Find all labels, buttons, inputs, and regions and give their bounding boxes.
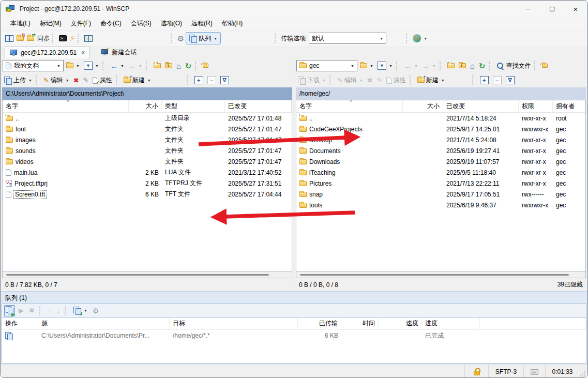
column-header[interactable]: 已传输 — [298, 317, 341, 329]
file-row[interactable]: Project.tftprj2 KBTFTPRJ 文件2025/5/27 17:… — [3, 178, 292, 189]
menu-item[interactable]: 会话(S) — [126, 17, 156, 30]
queue-process-toggle-button[interactable]: ▶ — [4, 305, 15, 316]
delete-button[interactable]: ✖ — [72, 74, 81, 86]
local-follow-symlinks-button[interactable]: ⌐ — [201, 59, 210, 72]
unselect-files-button[interactable]: − — [206, 74, 218, 86]
column-header[interactable]: 大小 — [129, 100, 162, 112]
menu-item[interactable]: 文件(F) — [66, 17, 96, 30]
file-row[interactable]: images文件夹2025/5/27 17:01:47 — [3, 134, 292, 145]
remote-delete-button[interactable]: ✖ — [366, 74, 374, 86]
toggle-panels-button[interactable] — [4, 32, 15, 44]
remote-selection-filter-button[interactable]: ∇ — [504, 74, 516, 86]
select-files-button[interactable]: + — [193, 74, 205, 86]
queue-cycle-button[interactable]: ▼ — [72, 305, 89, 317]
column-header[interactable]: 已改变 — [443, 100, 519, 112]
new-button[interactable]: +新建▼ — [122, 74, 153, 86]
local-open-dir-button[interactable]: ▼ — [65, 59, 81, 72]
file-row[interactable]: snap2025/9/17 17:05:51rwx------gec — [296, 189, 585, 200]
column-header[interactable]: 大小 — [403, 100, 443, 112]
column-header[interactable]: 进度 — [422, 317, 480, 329]
remote-dir-combo[interactable]: gec ▼ — [296, 60, 357, 71]
remote-hscrollbar[interactable] — [296, 271, 586, 278]
column-header[interactable]: 操作 — [2, 317, 38, 329]
column-header[interactable]: 名字 — [296, 100, 403, 112]
column-header[interactable]: 类型 — [162, 100, 225, 112]
file-row[interactable]: Screen0.tft6 KBTFT 文件2025/5/27 17:04:44 — [3, 189, 292, 200]
remote-home-dir-button[interactable]: ⌂ — [469, 59, 476, 72]
menu-item[interactable]: 帮助(H) — [217, 17, 248, 30]
remote-rename-button[interactable]: ✎ — [375, 74, 384, 86]
upload-button[interactable]: 上传▼ — [3, 74, 34, 86]
local-forward-button[interactable]: →▼ — [127, 59, 144, 72]
remote-refresh-button[interactable]: ↻ — [477, 59, 487, 72]
file-row[interactable]: ↑..上级目录2025/5/27 17:01:48 — [3, 113, 292, 124]
properties-button[interactable]: ✔属性 — [91, 74, 114, 86]
session-tab[interactable]: gec@172.20.209.51 × — [5, 47, 90, 58]
remote-path-bar[interactable]: /home/gec/ — [296, 87, 586, 100]
remote-properties-button[interactable]: 属性 — [385, 74, 408, 86]
local-hscrollbar[interactable] — [2, 271, 292, 278]
local-path-bar[interactable]: C:\Users\Administrator\Documents\Project… — [2, 87, 292, 100]
resize-grip[interactable] — [579, 371, 585, 377]
local-home-dir-button[interactable]: ⌂ — [175, 59, 183, 72]
remote-select-files-button[interactable]: + — [478, 74, 490, 86]
local-drive-combo[interactable]: 我的文档 ▼ — [3, 60, 64, 71]
queue-move-up-button[interactable]: ↑ — [47, 305, 53, 317]
menu-item[interactable]: 远程(R) — [187, 17, 217, 30]
file-row[interactable]: sounds文件夹2025/5/27 17:01:47 — [3, 145, 292, 156]
column-header[interactable]: 名字 — [3, 100, 129, 112]
maximize-button[interactable] — [540, 1, 564, 17]
close-button[interactable]: × — [564, 1, 587, 17]
session-upload-mode-button[interactable]: ⇅ — [15, 32, 25, 44]
new-session-tab[interactable]: 新建会话 — [96, 47, 141, 58]
remote-open-dir-button[interactable]: ▼ — [358, 59, 375, 72]
file-row[interactable]: Pictures2021/7/13 22:22:11rwxr-xr-xgec — [296, 178, 585, 189]
local-back-button[interactable]: ←▼ — [109, 59, 126, 72]
preferences-button[interactable]: ⚙ — [176, 32, 186, 44]
column-header[interactable]: 拥有者 — [553, 100, 585, 112]
remote-follow-symlinks-button[interactable]: ⌐ — [540, 59, 549, 72]
remote-forward-button[interactable]: →▼ — [420, 59, 438, 72]
column-header[interactable]: 目标 — [170, 317, 298, 329]
column-header[interactable]: 源 — [38, 317, 170, 329]
synchronize-button[interactable]: 同步 — [36, 32, 51, 44]
minimize-button[interactable] — [516, 1, 540, 17]
remote-parent-dir-button[interactable]: ↑ — [446, 59, 456, 72]
remote-back-button[interactable]: ←▼ — [402, 59, 419, 72]
queue-resume-button[interactable]: ▶ — [17, 305, 25, 317]
transfer-settings-combo[interactable]: 默认 ▼ — [309, 33, 386, 44]
column-header[interactable]: 已改变 — [225, 100, 292, 112]
selection-filter-button[interactable]: ∇ — [219, 74, 231, 86]
file-row[interactable]: iTeaching2025/9/5 11:18:40rwxr-xr-xgec — [296, 167, 585, 178]
queue-move-down-button[interactable]: ↓ — [55, 305, 62, 317]
remote-filter-button[interactable]: ▼▼ — [376, 59, 394, 72]
refresh-session-button[interactable] — [83, 32, 94, 44]
menu-item[interactable]: 命令(C) — [96, 17, 126, 30]
run-command-button[interactable]: ⚡ — [68, 32, 77, 44]
file-row[interactable]: Desktop2021/7/14 5:24:08rwxr-xr-xgec — [296, 134, 585, 145]
file-row[interactable]: tools2025/6/19 9:46:37rwxrwxr-xgec — [296, 200, 585, 210]
session-download-mode-button[interactable]: ⇄ — [25, 32, 36, 44]
queue-toggle-button[interactable]: 队列 ▼ — [186, 32, 221, 44]
column-header[interactable] — [480, 317, 586, 329]
remote-root-dir-button[interactable]: / — [457, 59, 468, 72]
local-filter-button[interactable]: ▼▼ — [82, 59, 100, 72]
file-row[interactable]: ↑..2021/7/14 5:18:24rwxr-xr-xroot — [296, 113, 585, 124]
column-header[interactable]: 速度 — [379, 317, 422, 329]
local-refresh-button[interactable]: ↻ — [184, 59, 193, 72]
file-row[interactable]: main.lua2 KBLUA 文件2021/3/12 17:40:52 — [3, 167, 292, 178]
open-console-button[interactable]: > — [57, 32, 68, 44]
tab-close-icon[interactable]: × — [81, 49, 85, 56]
local-root-dir-button[interactable]: \ — [163, 59, 174, 72]
queue-delete-button[interactable]: ✖ — [27, 305, 36, 317]
queue-row[interactable]: C:\Users\Administrator\Documents\Pr.../h… — [2, 330, 586, 341]
rename-button[interactable]: ✎ — [82, 74, 90, 86]
file-row[interactable]: Downloads2025/9/19 11:07:57rwxr-xr-xgec — [296, 156, 585, 167]
download-button[interactable]: 下载▼ — [296, 74, 327, 86]
menu-item[interactable]: 标记(M) — [35, 17, 66, 30]
column-header[interactable]: 时间 — [341, 317, 379, 329]
file-row[interactable]: Documents2025/6/19 19:27:41rwxr-xr-xgec — [296, 145, 585, 156]
scroll-thumb[interactable] — [6, 274, 269, 276]
synchronize-browsing-button[interactable]: ▼ — [411, 32, 429, 44]
queue-preferences-button[interactable]: ⚙ — [91, 305, 101, 317]
